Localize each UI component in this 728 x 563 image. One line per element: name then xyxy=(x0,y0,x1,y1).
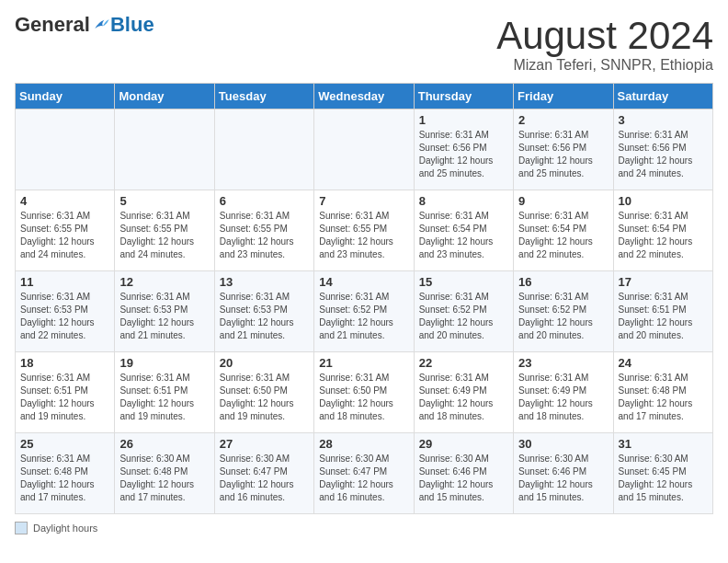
day-number: 13 xyxy=(220,275,309,289)
day-number: 23 xyxy=(518,356,608,370)
week-row-5: 25Sunrise: 6:31 AM Sunset: 6:48 PM Dayli… xyxy=(16,433,713,514)
calendar-cell xyxy=(16,109,115,190)
logo-bird-icon xyxy=(92,16,110,34)
day-number: 8 xyxy=(419,194,508,208)
day-info: Sunrise: 6:31 AM Sunset: 6:52 PM Dayligh… xyxy=(419,291,508,342)
day-info: Sunrise: 6:31 AM Sunset: 6:54 PM Dayligh… xyxy=(419,210,508,261)
day-header-saturday: Saturday xyxy=(613,84,712,109)
daylight-legend-box xyxy=(15,522,28,534)
day-number: 30 xyxy=(518,437,608,451)
calendar-cell: 8Sunrise: 6:31 AM Sunset: 6:54 PM Daylig… xyxy=(414,190,513,271)
calendar-cell: 20Sunrise: 6:31 AM Sunset: 6:50 PM Dayli… xyxy=(214,352,313,433)
daylight-legend-label: Daylight hours xyxy=(33,523,97,534)
logo: General Blue xyxy=(15,15,154,35)
day-info: Sunrise: 6:31 AM Sunset: 6:52 PM Dayligh… xyxy=(319,291,408,342)
day-number: 24 xyxy=(619,356,708,370)
day-number: 22 xyxy=(419,356,508,370)
calendar-cell: 23Sunrise: 6:31 AM Sunset: 6:49 PM Dayli… xyxy=(514,352,613,433)
day-info: Sunrise: 6:31 AM Sunset: 6:55 PM Dayligh… xyxy=(319,210,408,261)
calendar-cell: 27Sunrise: 6:30 AM Sunset: 6:47 PM Dayli… xyxy=(214,433,313,514)
week-row-1: 1Sunrise: 6:31 AM Sunset: 6:56 PM Daylig… xyxy=(16,109,713,190)
week-row-4: 18Sunrise: 6:31 AM Sunset: 6:51 PM Dayli… xyxy=(16,352,713,433)
calendar-cell: 17Sunrise: 6:31 AM Sunset: 6:51 PM Dayli… xyxy=(613,271,712,352)
day-info: Sunrise: 6:31 AM Sunset: 6:53 PM Dayligh… xyxy=(20,291,109,342)
calendar-cell: 29Sunrise: 6:30 AM Sunset: 6:46 PM Dayli… xyxy=(414,433,513,514)
day-header-sunday: Sunday xyxy=(16,84,115,109)
week-row-3: 11Sunrise: 6:31 AM Sunset: 6:53 PM Dayli… xyxy=(16,271,713,352)
day-number: 7 xyxy=(319,194,408,208)
day-header-friday: Friday xyxy=(514,84,613,109)
day-info: Sunrise: 6:31 AM Sunset: 6:50 PM Dayligh… xyxy=(319,372,408,423)
main-title: August 2024 xyxy=(496,15,713,57)
day-number: 2 xyxy=(518,113,608,127)
day-info: Sunrise: 6:31 AM Sunset: 6:53 PM Dayligh… xyxy=(119,291,209,342)
calendar-cell: 16Sunrise: 6:31 AM Sunset: 6:52 PM Dayli… xyxy=(514,271,613,352)
day-info: Sunrise: 6:30 AM Sunset: 6:47 PM Dayligh… xyxy=(319,453,408,504)
header: General Blue August 2024 Mizan Teferi, S… xyxy=(15,15,713,74)
logo-general-text: General xyxy=(15,15,90,35)
day-info: Sunrise: 6:30 AM Sunset: 6:46 PM Dayligh… xyxy=(518,453,608,504)
day-number: 9 xyxy=(518,194,608,208)
day-info: Sunrise: 6:31 AM Sunset: 6:51 PM Dayligh… xyxy=(20,372,109,423)
calendar-cell: 21Sunrise: 6:31 AM Sunset: 6:50 PM Dayli… xyxy=(314,352,414,433)
calendar-cell: 15Sunrise: 6:31 AM Sunset: 6:52 PM Dayli… xyxy=(414,271,513,352)
title-area: August 2024 Mizan Teferi, SNNPR, Ethiopi… xyxy=(496,15,713,74)
calendar-cell: 3Sunrise: 6:31 AM Sunset: 6:56 PM Daylig… xyxy=(613,109,712,190)
calendar-cell: 24Sunrise: 6:31 AM Sunset: 6:48 PM Dayli… xyxy=(613,352,712,433)
calendar-cell: 13Sunrise: 6:31 AM Sunset: 6:53 PM Dayli… xyxy=(214,271,313,352)
day-info: Sunrise: 6:31 AM Sunset: 6:56 PM Dayligh… xyxy=(419,129,508,180)
day-number: 5 xyxy=(119,194,209,208)
day-info: Sunrise: 6:30 AM Sunset: 6:46 PM Dayligh… xyxy=(419,453,508,504)
subtitle: Mizan Teferi, SNNPR, Ethiopia xyxy=(496,57,713,74)
day-number: 18 xyxy=(20,356,109,370)
calendar-cell: 7Sunrise: 6:31 AM Sunset: 6:55 PM Daylig… xyxy=(314,190,414,271)
calendar-cell: 9Sunrise: 6:31 AM Sunset: 6:54 PM Daylig… xyxy=(514,190,613,271)
calendar-cell: 30Sunrise: 6:30 AM Sunset: 6:46 PM Dayli… xyxy=(514,433,613,514)
day-info: Sunrise: 6:31 AM Sunset: 6:49 PM Dayligh… xyxy=(518,372,608,423)
day-number: 12 xyxy=(119,275,209,289)
calendar-cell: 28Sunrise: 6:30 AM Sunset: 6:47 PM Dayli… xyxy=(314,433,414,514)
day-header-wednesday: Wednesday xyxy=(314,84,414,109)
calendar-cell: 10Sunrise: 6:31 AM Sunset: 6:54 PM Dayli… xyxy=(613,190,712,271)
day-info: Sunrise: 6:31 AM Sunset: 6:51 PM Dayligh… xyxy=(119,372,209,423)
calendar-cell: 12Sunrise: 6:31 AM Sunset: 6:53 PM Dayli… xyxy=(115,271,214,352)
day-info: Sunrise: 6:30 AM Sunset: 6:47 PM Dayligh… xyxy=(220,453,309,504)
day-number: 16 xyxy=(518,275,608,289)
calendar-cell xyxy=(214,109,313,190)
calendar-cell: 11Sunrise: 6:31 AM Sunset: 6:53 PM Dayli… xyxy=(16,271,115,352)
day-number: 29 xyxy=(419,437,508,451)
day-number: 31 xyxy=(619,437,708,451)
calendar-cell: 31Sunrise: 6:30 AM Sunset: 6:45 PM Dayli… xyxy=(613,433,712,514)
day-header-tuesday: Tuesday xyxy=(214,84,313,109)
day-number: 21 xyxy=(319,356,408,370)
day-info: Sunrise: 6:31 AM Sunset: 6:51 PM Dayligh… xyxy=(619,291,708,342)
calendar-cell: 25Sunrise: 6:31 AM Sunset: 6:48 PM Dayli… xyxy=(16,433,115,514)
calendar-cell: 22Sunrise: 6:31 AM Sunset: 6:49 PM Dayli… xyxy=(414,352,513,433)
day-number: 14 xyxy=(319,275,408,289)
day-info: Sunrise: 6:31 AM Sunset: 6:55 PM Dayligh… xyxy=(20,210,109,261)
day-info: Sunrise: 6:31 AM Sunset: 6:48 PM Dayligh… xyxy=(20,453,109,504)
day-number: 11 xyxy=(20,275,109,289)
day-number: 1 xyxy=(419,113,508,127)
day-number: 4 xyxy=(20,194,109,208)
calendar-cell: 18Sunrise: 6:31 AM Sunset: 6:51 PM Dayli… xyxy=(16,352,115,433)
footer: Daylight hours xyxy=(15,522,713,534)
calendar-cell: 2Sunrise: 6:31 AM Sunset: 6:56 PM Daylig… xyxy=(514,109,613,190)
day-info: Sunrise: 6:31 AM Sunset: 6:50 PM Dayligh… xyxy=(220,372,309,423)
day-number: 27 xyxy=(220,437,309,451)
calendar-cell: 4Sunrise: 6:31 AM Sunset: 6:55 PM Daylig… xyxy=(16,190,115,271)
day-number: 3 xyxy=(619,113,708,127)
day-info: Sunrise: 6:31 AM Sunset: 6:49 PM Dayligh… xyxy=(419,372,508,423)
day-info: Sunrise: 6:31 AM Sunset: 6:54 PM Dayligh… xyxy=(619,210,708,261)
day-number: 25 xyxy=(20,437,109,451)
day-info: Sunrise: 6:31 AM Sunset: 6:56 PM Dayligh… xyxy=(518,129,608,180)
calendar-table: SundayMondayTuesdayWednesdayThursdayFrid… xyxy=(15,83,713,514)
day-number: 19 xyxy=(119,356,209,370)
day-info: Sunrise: 6:31 AM Sunset: 6:55 PM Dayligh… xyxy=(119,210,209,261)
week-row-2: 4Sunrise: 6:31 AM Sunset: 6:55 PM Daylig… xyxy=(16,190,713,271)
day-number: 15 xyxy=(419,275,508,289)
day-info: Sunrise: 6:30 AM Sunset: 6:48 PM Dayligh… xyxy=(119,453,209,504)
calendar-cell: 6Sunrise: 6:31 AM Sunset: 6:55 PM Daylig… xyxy=(214,190,313,271)
day-number: 17 xyxy=(619,275,708,289)
calendar-cell xyxy=(314,109,414,190)
